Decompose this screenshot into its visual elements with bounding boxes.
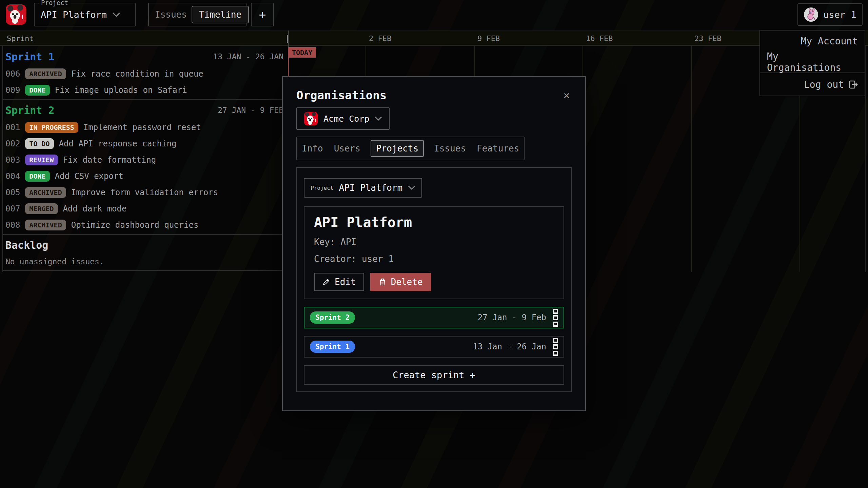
project-select[interactable]: Project API Platform — [34, 3, 136, 26]
issue-title: Fix image uploads on Safari — [55, 85, 187, 95]
kebab-menu-icon[interactable] — [553, 309, 558, 327]
section-divider — [3, 99, 288, 100]
modal-tabs: InfoUsersProjectsIssuesFeatures — [296, 137, 525, 160]
backlog-empty-text: No unassigned issues. — [3, 254, 288, 269]
issue-row-006[interactable]: 006ARCHIVEDFix race condition in queue — [3, 66, 288, 82]
menu-item-log-out[interactable]: Log out — [760, 73, 865, 96]
issue-title: Add CSV export — [55, 171, 123, 181]
delete-button[interactable]: Delete — [370, 273, 431, 291]
status-badge-in-progress: IN PROGRESS — [25, 122, 78, 133]
issue-number: 002 — [5, 139, 20, 148]
kebab-menu-icon[interactable] — [553, 338, 558, 356]
modal-tab-info[interactable]: Info — [301, 141, 324, 156]
section-date-range: 13 JAN - 26 JAN — [213, 52, 288, 61]
project-select-value: API Platform — [41, 9, 107, 20]
status-badge-merged: MERGED — [25, 203, 58, 214]
grid-right-border — [865, 30, 866, 272]
user-dropdown-menu: My Account My Organisations Log out — [760, 30, 865, 96]
status-badge-to-do: TO DO — [25, 138, 54, 149]
sprint-list: Sprint 113 JAN - 26 JAN006ARCHIVEDFix ra… — [3, 47, 288, 272]
menu-item-my-organisations[interactable]: My Organisations — [760, 52, 865, 73]
issue-row-001[interactable]: 001IN PROGRESSImplement password reset — [3, 119, 288, 136]
sprint-badge: Sprint 2 — [310, 311, 355, 324]
pencil-icon — [322, 278, 330, 286]
issue-number: 007 — [5, 204, 20, 214]
issue-title: Improve form validation errors — [71, 188, 218, 197]
section-header-sprint-2: Sprint 227 JAN - 9 FEB — [3, 101, 288, 119]
user-name: user 1 — [823, 9, 856, 20]
svg-text:!: ! — [314, 118, 317, 123]
sprint-date-range: 13 Jan - 26 Jan — [473, 342, 546, 351]
section-header-sprint-1: Sprint 113 JAN - 26 JAN — [3, 47, 288, 66]
issue-number: 001 — [5, 123, 20, 132]
modal-tab-issues[interactable]: Issues — [433, 141, 467, 156]
modal-project-select[interactable]: Project API Platform — [304, 178, 422, 198]
date-header-16-feb: 16 FEB — [586, 34, 613, 43]
status-badge-archived: ARCHIVED — [25, 187, 66, 198]
date-header-23-feb: 23 FEB — [694, 34, 721, 43]
project-select-label: Project — [39, 0, 71, 7]
issue-row-003[interactable]: 003REVIEWFix date formatting — [3, 152, 288, 168]
organisation-name: Acme Corp — [323, 114, 369, 124]
tab-timeline[interactable]: Timeline — [192, 6, 249, 23]
status-badge-review: REVIEW — [25, 155, 58, 165]
svg-text:!: ! — [21, 13, 25, 21]
sprint-row-sprint-2[interactable]: Sprint 227 Jan - 9 Feb — [304, 307, 564, 328]
issue-title: Fix date formatting — [63, 155, 156, 165]
organisation-select[interactable]: ! Acme Corp — [296, 107, 390, 130]
edit-button[interactable]: Edit — [314, 273, 364, 291]
issue-number: 004 — [5, 171, 20, 181]
projects-panel: Project API Platform API Platform Key: A… — [296, 167, 572, 392]
modal-tab-projects[interactable]: Projects — [371, 140, 424, 157]
create-sprint-button[interactable]: Create sprint + — [304, 365, 564, 385]
modal-project-select-label: Project — [311, 185, 333, 191]
section-header-backlog: Backlog — [3, 236, 288, 254]
status-badge-archived: ARCHIVED — [25, 68, 66, 79]
today-tick — [287, 35, 288, 43]
user-avatar — [804, 7, 818, 22]
logout-label: Log out — [804, 79, 844, 90]
organisation-logo-icon: ! — [304, 111, 318, 126]
add-button[interactable]: + — [251, 3, 274, 26]
app-logo-icon[interactable]: ! — [5, 4, 26, 25]
status-badge-done: DONE — [25, 85, 50, 96]
timeline-header-row: Sprint 2 FEB9 FEB16 FEB23 FEB — [0, 30, 868, 46]
user-menu-button[interactable]: user 1 — [797, 3, 863, 26]
modal-title: Organisations — [296, 88, 387, 102]
project-card-title: API Platform — [314, 215, 554, 230]
section-title: Sprint 1 — [5, 51, 55, 63]
issue-number: 009 — [5, 85, 20, 95]
issue-number: 008 — [5, 220, 20, 230]
view-tabs: Issues Timeline — [148, 3, 246, 26]
status-badge-done: DONE — [25, 171, 50, 182]
trash-icon — [378, 278, 387, 286]
tab-issues[interactable]: Issues — [155, 9, 187, 20]
status-badge-archived: ARCHIVED — [25, 220, 66, 230]
issue-title: Add API response caching — [59, 139, 177, 148]
modal-tab-features[interactable]: Features — [476, 141, 520, 156]
close-icon[interactable]: ✕ — [561, 90, 572, 101]
issue-number: 003 — [5, 155, 20, 165]
issue-row-009[interactable]: 009DONEFix image uploads on Safari — [3, 82, 288, 98]
menu-item-my-account[interactable]: My Account — [760, 30, 865, 52]
date-header-2-feb: 2 FEB — [369, 34, 391, 43]
project-actions: Edit Delete — [314, 273, 554, 291]
issue-title: Optimize dashboard queries — [71, 220, 199, 230]
issue-number: 005 — [5, 188, 20, 197]
issue-row-004[interactable]: 004DONEAdd CSV export — [3, 168, 288, 184]
section-divider — [3, 270, 288, 271]
sprint-date-range: 27 Jan - 9 Feb — [478, 313, 546, 322]
issue-row-007[interactable]: 007MERGEDAdd dark mode — [3, 201, 288, 217]
chevron-down-icon — [375, 116, 382, 121]
sprint-rows: Sprint 227 Jan - 9 FebSprint 113 Jan - 2… — [304, 307, 564, 358]
issue-number: 006 — [5, 69, 20, 79]
organisations-modal: Organisations ✕ ! Acme Corp InfoUsersPro… — [282, 76, 586, 411]
modal-tab-users[interactable]: Users — [333, 141, 361, 156]
issue-row-008[interactable]: 008ARCHIVEDOptimize dashboard queries — [3, 217, 288, 233]
sprint-badge: Sprint 1 — [310, 341, 355, 353]
section-date-range: 27 JAN - 9 FEB — [218, 106, 288, 115]
issue-row-005[interactable]: 005ARCHIVEDImprove form validation error… — [3, 184, 288, 201]
issue-row-002[interactable]: 002TO DOAdd API response caching — [3, 136, 288, 152]
sprint-row-sprint-1[interactable]: Sprint 113 Jan - 26 Jan — [304, 336, 564, 358]
issue-title: Add dark mode — [63, 204, 127, 214]
